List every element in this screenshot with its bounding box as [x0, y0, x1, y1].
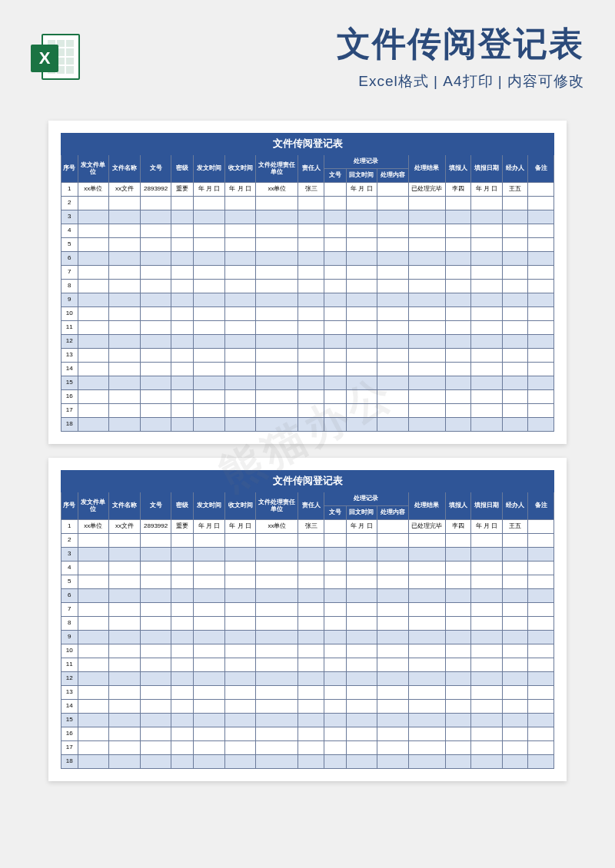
table-cell	[109, 197, 141, 210]
table-cell: 4	[62, 562, 78, 575]
table-cell	[171, 210, 194, 224]
table-cell	[171, 197, 194, 210]
table-cell	[528, 210, 554, 224]
table-cell	[445, 376, 470, 390]
table-cell	[528, 617, 554, 631]
table-cell	[78, 741, 109, 755]
table-cell	[78, 686, 109, 700]
table-cell: xx单位	[78, 183, 109, 197]
table-cell	[256, 686, 298, 700]
table-cell	[346, 658, 377, 672]
table-cell	[346, 210, 377, 224]
table-cell	[377, 363, 409, 376]
table-cell	[377, 238, 409, 252]
table-cell	[324, 293, 346, 307]
table-cell	[256, 418, 298, 432]
col-file-no: 文号	[140, 492, 171, 520]
table-cell	[445, 307, 470, 321]
table-cell	[471, 307, 503, 321]
table-cell	[471, 390, 503, 404]
table-cell	[298, 321, 324, 335]
table-cell	[324, 349, 346, 363]
table-cell	[78, 197, 109, 210]
table-cell	[445, 418, 470, 432]
table-cell	[408, 349, 445, 363]
table-cell	[377, 210, 409, 224]
spreadsheet-page: 文件传阅登记表序号发文件单位文件名称文号密级发文时间收文时间文件处理责任单位责任…	[48, 458, 567, 781]
table-cell	[471, 210, 503, 224]
table-cell	[171, 349, 194, 363]
table-row: 4	[62, 224, 554, 238]
table-cell	[109, 224, 141, 238]
table-cell	[528, 376, 554, 390]
table-cell	[377, 197, 409, 210]
table-cell	[194, 335, 225, 349]
table-cell	[408, 252, 445, 266]
table-row: 18	[62, 755, 554, 769]
table-cell	[140, 376, 171, 390]
table-cell	[140, 589, 171, 603]
col-resp-person: 责任人	[298, 492, 324, 520]
table-cell	[377, 293, 409, 307]
table-cell	[528, 755, 554, 769]
table-cell	[377, 335, 409, 349]
col-remark: 备注	[528, 155, 554, 183]
table-cell	[324, 714, 346, 727]
table-title: 文件传阅登记表	[62, 134, 554, 155]
table-cell	[346, 548, 377, 562]
table-cell	[377, 644, 409, 658]
table-cell	[224, 266, 256, 280]
table-cell	[298, 617, 324, 631]
col-file-no: 文号	[140, 155, 171, 183]
table-cell	[445, 266, 470, 280]
circulation-table: 文件传阅登记表序号发文件单位文件名称文号密级发文时间收文时间文件处理责任单位责任…	[61, 133, 554, 432]
table-cell	[256, 349, 298, 363]
table-cell	[445, 700, 470, 714]
table-cell	[109, 266, 141, 280]
table-cell	[528, 321, 554, 335]
table-cell	[377, 727, 409, 741]
table-cell	[256, 617, 298, 631]
table-cell	[471, 589, 503, 603]
table-cell	[445, 349, 470, 363]
table-cell	[324, 376, 346, 390]
table-cell	[445, 589, 470, 603]
table-cell	[471, 562, 503, 575]
table-cell: 5	[62, 238, 78, 252]
table-cell: 14	[62, 700, 78, 714]
table-cell	[298, 686, 324, 700]
table-cell	[471, 631, 503, 644]
table-cell	[377, 183, 409, 197]
table-cell	[78, 335, 109, 349]
table-cell	[109, 210, 141, 224]
table-row: 17	[62, 741, 554, 755]
table-cell	[408, 418, 445, 432]
table-cell	[298, 672, 324, 686]
table-cell	[78, 534, 109, 548]
table-cell	[471, 349, 503, 363]
table-cell	[140, 280, 171, 293]
table-cell	[408, 404, 445, 418]
table-cell	[346, 197, 377, 210]
table-cell	[445, 727, 470, 741]
table-cell	[408, 390, 445, 404]
table-cell	[140, 672, 171, 686]
col-record-group: 处理记录	[324, 492, 408, 506]
table-cell	[109, 686, 141, 700]
table-cell	[471, 376, 503, 390]
table-cell	[194, 280, 225, 293]
table-cell	[377, 672, 409, 686]
table-cell	[78, 700, 109, 714]
table-cell	[324, 197, 346, 210]
excel-icon-letter: X	[31, 45, 58, 72]
table-cell: 17	[62, 741, 78, 755]
table-cell	[224, 658, 256, 672]
table-cell	[502, 224, 527, 238]
table-cell	[471, 741, 503, 755]
table-cell	[78, 644, 109, 658]
table-cell	[224, 672, 256, 686]
table-cell	[78, 631, 109, 644]
table-cell: 11	[62, 658, 78, 672]
table-cell	[298, 280, 324, 293]
table-row: 9	[62, 631, 554, 644]
